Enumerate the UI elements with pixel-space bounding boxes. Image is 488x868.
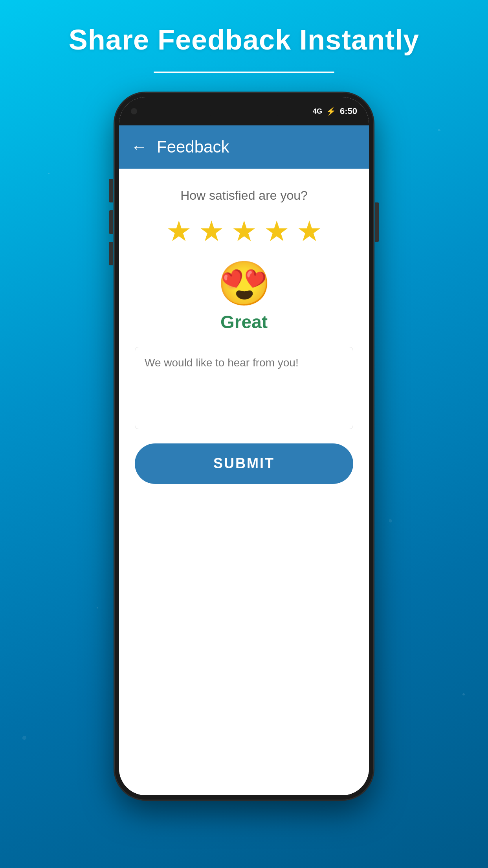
app-bottom-space [119, 500, 369, 795]
submit-button[interactable]: SUBMIT [135, 443, 353, 484]
status-bar-center [209, 104, 279, 118]
star-3[interactable]: ★ [231, 215, 257, 248]
status-bar: 4G ⚡ 6:50 [119, 97, 369, 125]
phone-mockup: 4G ⚡ 6:50 ← Feedback How satisfied are y… [114, 92, 374, 800]
star-1[interactable]: ★ [166, 215, 192, 248]
notch [209, 104, 279, 118]
star-2[interactable]: ★ [199, 215, 224, 248]
signal-icon: 4G [313, 107, 322, 116]
rating-label: Great [220, 311, 268, 333]
phone-frame: 4G ⚡ 6:50 ← Feedback How satisfied are y… [114, 92, 374, 800]
battery-icon: ⚡ [326, 107, 336, 116]
header-section: Share Feedback Instantly [0, 0, 488, 92]
satisfaction-question: How satisfied are you? [180, 188, 308, 203]
star-4[interactable]: ★ [264, 215, 290, 248]
app-bar-title: Feedback [157, 138, 229, 156]
status-time: 6:50 [340, 106, 357, 116]
status-bar-left [131, 108, 137, 114]
back-button[interactable]: ← [131, 138, 147, 156]
star-5[interactable]: ★ [297, 215, 322, 248]
app-bar: ← Feedback [119, 125, 369, 169]
app-content: How satisfied are you? ★ ★ ★ ★ ★ 😍 Great… [119, 169, 369, 500]
page-title: Share Feedback Instantly [0, 24, 488, 56]
camera-icon [131, 108, 137, 114]
phone-screen: 4G ⚡ 6:50 ← Feedback How satisfied are y… [119, 97, 369, 795]
rating-emoji: 😍 [217, 262, 271, 305]
header-divider [154, 72, 334, 73]
feedback-textarea[interactable] [135, 347, 353, 429]
status-bar-right: 4G ⚡ 6:50 [313, 106, 357, 116]
stars-rating[interactable]: ★ ★ ★ ★ ★ [166, 215, 322, 248]
